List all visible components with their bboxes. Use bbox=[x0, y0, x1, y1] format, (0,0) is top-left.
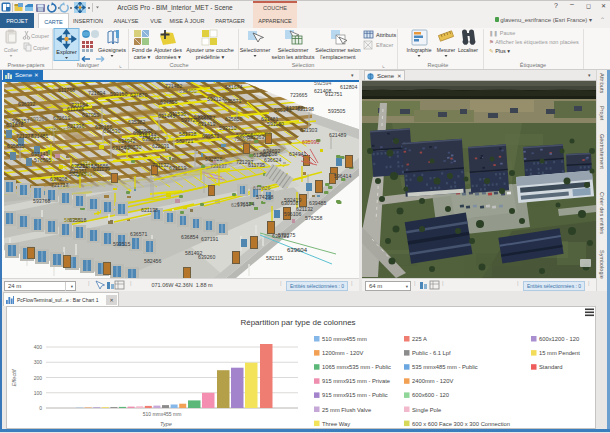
svg-text:0: 0 bbox=[39, 405, 42, 411]
svg-text:635382: 635382 bbox=[128, 119, 145, 125]
svg-text:639702: 639702 bbox=[272, 233, 289, 239]
svg-text:574298: 574298 bbox=[256, 194, 273, 200]
svg-text:639571: 639571 bbox=[202, 133, 219, 139]
svg-text:2400mm - 120V: 2400mm - 120V bbox=[412, 378, 453, 384]
svg-text:593768: 593768 bbox=[33, 198, 50, 204]
svg-text:622619: 622619 bbox=[53, 115, 70, 121]
svg-text:635990: 635990 bbox=[302, 139, 319, 145]
svg-text:611768: 611768 bbox=[58, 87, 75, 93]
svg-text:Sélectionner selon: Sélectionner selon bbox=[315, 47, 360, 53]
svg-text:636624: 636624 bbox=[264, 157, 281, 163]
svg-text:721894: 721894 bbox=[88, 90, 105, 96]
svg-text:576258: 576258 bbox=[305, 215, 322, 221]
svg-text:600x1200 - 120: 600x1200 - 120 bbox=[539, 336, 579, 342]
svg-text:721717: 721717 bbox=[51, 182, 68, 188]
svg-text:Public - 6.1 Lpf: Public - 6.1 Lpf bbox=[412, 350, 451, 356]
svg-text:636332: 636332 bbox=[18, 101, 35, 107]
svg-text:Effacer: Effacer bbox=[376, 42, 393, 48]
svg-text:Coller: Coller bbox=[4, 47, 19, 53]
svg-text:635835: 635835 bbox=[7, 143, 24, 149]
svg-text:631139: 631139 bbox=[93, 166, 110, 172]
svg-text:621336: 621336 bbox=[67, 123, 84, 129]
svg-text:621481: 621481 bbox=[31, 133, 48, 139]
svg-text:données ▾: données ▾ bbox=[155, 54, 181, 60]
svg-text:200: 200 bbox=[34, 375, 43, 381]
svg-text:592594: 592594 bbox=[314, 82, 331, 86]
svg-text:593505: 593505 bbox=[328, 108, 345, 114]
svg-text:Ajouter des: Ajouter des bbox=[154, 47, 182, 53]
svg-text:l'emplacement: l'emplacement bbox=[320, 54, 356, 60]
svg-text:596157: 596157 bbox=[12, 118, 29, 124]
svg-text:621138: 621138 bbox=[141, 207, 158, 213]
svg-text:639166: 639166 bbox=[95, 124, 112, 130]
svg-text:621198: 621198 bbox=[297, 106, 314, 112]
svg-text:Localiser: Localiser bbox=[458, 47, 478, 53]
svg-text:915 mmx915 mm - Public: 915 mmx915 mm - Public bbox=[322, 392, 388, 398]
svg-text:Fond de: Fond de bbox=[132, 47, 152, 53]
svg-text:634856: 634856 bbox=[160, 99, 177, 105]
svg-text:582456: 582456 bbox=[144, 258, 161, 264]
svg-text:300: 300 bbox=[34, 359, 43, 365]
svg-text:637959: 637959 bbox=[82, 112, 99, 118]
svg-text:634692: 634692 bbox=[263, 148, 280, 154]
svg-text:630927: 630927 bbox=[133, 130, 150, 136]
svg-text:Géosignets: Géosignets bbox=[98, 47, 126, 53]
svg-text:721482: 721482 bbox=[165, 83, 182, 89]
svg-text:581492: 581492 bbox=[185, 250, 202, 256]
svg-text:592826: 592826 bbox=[205, 156, 222, 162]
svg-text:634941: 634941 bbox=[289, 151, 306, 157]
svg-text:Ajouter une couche: Ajouter une couche bbox=[186, 47, 233, 53]
svg-text:611536: 611536 bbox=[169, 111, 186, 117]
svg-text:prédéfinie ▾: prédéfinie ▾ bbox=[196, 54, 225, 60]
svg-text:636571: 636571 bbox=[130, 231, 147, 237]
svg-text:1200mm - 120V: 1200mm - 120V bbox=[322, 350, 363, 356]
svg-text:636524: 636524 bbox=[237, 201, 254, 207]
svg-text:621489: 621489 bbox=[329, 132, 346, 138]
svg-text:593310: 593310 bbox=[219, 125, 236, 131]
svg-text:225 A: 225 A bbox=[412, 336, 427, 342]
svg-text:612826: 612826 bbox=[253, 185, 270, 191]
svg-text:721164: 721164 bbox=[71, 102, 88, 108]
svg-text:631303: 631303 bbox=[300, 127, 317, 133]
svg-text:Attributs: Attributs bbox=[376, 32, 396, 38]
svg-text:582756: 582756 bbox=[64, 217, 81, 223]
svg-text:selon les attributs: selon les attributs bbox=[272, 54, 315, 60]
svg-text:639485: 639485 bbox=[309, 200, 326, 206]
svg-text:581674: 581674 bbox=[225, 84, 242, 90]
svg-text:Sélectionner: Sélectionner bbox=[240, 47, 271, 53]
svg-text:637870: 637870 bbox=[130, 92, 147, 98]
svg-text:600x600 - 120: 600x600 - 120 bbox=[412, 392, 449, 398]
svg-text:723938: 723938 bbox=[234, 136, 251, 142]
svg-text:535 mmx485 mm - Public: 535 mmx485 mm - Public bbox=[412, 364, 478, 370]
svg-text:723665: 723665 bbox=[290, 92, 307, 98]
svg-text:582115: 582115 bbox=[266, 255, 283, 261]
svg-text:636759: 636759 bbox=[71, 163, 88, 169]
svg-text:611735: 611735 bbox=[248, 162, 265, 168]
svg-text:612751: 612751 bbox=[325, 91, 342, 97]
svg-text:915 mmx915 mm - Private: 915 mmx915 mm - Private bbox=[322, 378, 390, 384]
svg-text:631481: 631481 bbox=[261, 116, 278, 122]
svg-text:631519: 631519 bbox=[169, 165, 186, 171]
svg-text:596414: 596414 bbox=[334, 173, 351, 179]
svg-text:Copier: Copier bbox=[33, 45, 49, 51]
svg-text:596340: 596340 bbox=[274, 107, 291, 113]
svg-text:593269: 593269 bbox=[30, 116, 47, 122]
svg-text:576595: 576595 bbox=[34, 157, 51, 163]
svg-text:721277: 721277 bbox=[16, 133, 33, 139]
svg-text:635571: 635571 bbox=[224, 98, 241, 104]
svg-text:Three Way: Three Way bbox=[322, 421, 350, 427]
svg-text:581738: 581738 bbox=[179, 131, 196, 137]
svg-text:510 mmx455 mm: 510 mmx455 mm bbox=[322, 336, 367, 342]
svg-text:400: 400 bbox=[34, 344, 43, 350]
svg-text:1065 mmx535 mm - Public: 1065 mmx535 mm - Public bbox=[322, 364, 391, 370]
svg-text:600 x 600 Face 300 x 300 Conne: 600 x 600 Face 300 x 300 Connection bbox=[412, 421, 510, 427]
svg-text:721132: 721132 bbox=[152, 162, 169, 168]
svg-text:621419: 621419 bbox=[198, 121, 215, 127]
svg-text:622931: 622931 bbox=[152, 143, 169, 149]
svg-text:593150: 593150 bbox=[110, 91, 127, 97]
svg-text:631540: 631540 bbox=[112, 145, 129, 151]
svg-text:Type: Type bbox=[160, 421, 172, 427]
svg-text:637308: 637308 bbox=[50, 176, 67, 182]
svg-text:Explorer: Explorer bbox=[56, 49, 77, 55]
svg-text:510 mmx455 mm: 510 mmx455 mm bbox=[143, 411, 182, 417]
